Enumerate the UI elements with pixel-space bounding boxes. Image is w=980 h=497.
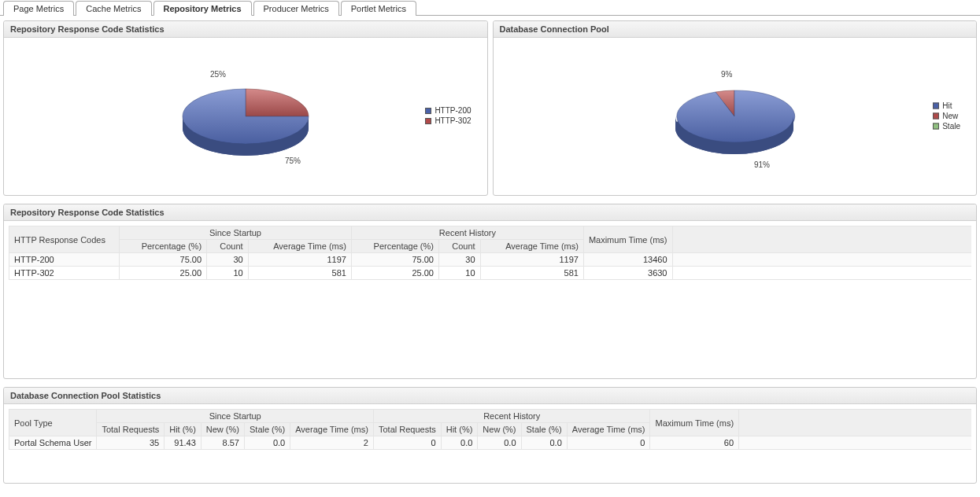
table-response-codes: HTTP Response Codes Since Startup Recent… bbox=[9, 226, 971, 280]
cell: 0.0 bbox=[244, 436, 290, 450]
legend-swatch-icon bbox=[933, 102, 939, 109]
tab-bar: Page Metrics Cache Metrics Repository Me… bbox=[0, 0, 980, 16]
pie-slice-label: 25% bbox=[210, 70, 226, 79]
panel-title: Database Connection Pool Statistics bbox=[4, 388, 976, 404]
cell-spacer bbox=[739, 436, 971, 450]
table-row[interactable]: Portal Schema User3591.438.570.0200.00.0… bbox=[9, 436, 972, 450]
cell: 60 bbox=[650, 436, 739, 450]
cell: 581 bbox=[248, 267, 351, 280]
legend-swatch-icon bbox=[425, 108, 431, 114]
table-row[interactable]: HTTP-30225.001058125.00105813630 bbox=[9, 267, 972, 280]
tab-portlet-metrics[interactable]: Portlet Metrics bbox=[341, 1, 416, 16]
col-spacer bbox=[739, 410, 971, 436]
panel-title: Repository Response Code Statistics bbox=[4, 21, 487, 38]
cell: 0.0 bbox=[521, 436, 567, 450]
cell: 13460 bbox=[583, 253, 672, 267]
legend-swatch-icon bbox=[933, 112, 939, 119]
cell: 1197 bbox=[480, 253, 583, 267]
cell: 581 bbox=[480, 267, 583, 280]
col-header[interactable]: New (%) bbox=[201, 423, 244, 436]
legend-swatch-icon bbox=[425, 118, 431, 124]
col-header[interactable]: HTTP Response Codes bbox=[9, 226, 120, 253]
content-scroll[interactable]: Repository Response Code Statistics bbox=[0, 16, 980, 497]
cell: 0.0 bbox=[478, 436, 521, 450]
col-header[interactable]: Stale (%) bbox=[521, 423, 567, 436]
cell-name: Portal Schema User bbox=[9, 436, 97, 450]
pie-chart-response: 25% 75% bbox=[128, 46, 364, 187]
tab-page-metrics[interactable]: Page Metrics bbox=[3, 1, 74, 16]
cell: 10 bbox=[438, 267, 480, 280]
cell-name: HTTP-302 bbox=[9, 267, 120, 280]
panel-response-code-table: Repository Response Code Statistics HTTP… bbox=[3, 204, 977, 379]
cell: 75.00 bbox=[351, 253, 438, 267]
tab-cache-metrics[interactable]: Cache Metrics bbox=[76, 1, 151, 16]
cell: 3630 bbox=[583, 267, 672, 280]
cell-spacer bbox=[672, 267, 971, 280]
col-header[interactable]: Maximum Time (ms) bbox=[650, 410, 739, 436]
pie-slice-label: 9% bbox=[721, 70, 733, 79]
col-header[interactable]: Hit (%) bbox=[165, 423, 202, 436]
table-row[interactable]: HTTP-20075.0030119775.0030119713460 bbox=[9, 253, 972, 267]
panel-connection-pool-table: Database Connection Pool Statistics Pool… bbox=[3, 387, 977, 484]
cell: 8.57 bbox=[201, 436, 244, 450]
cell: 10 bbox=[207, 267, 249, 280]
col-header[interactable]: Average Time (ms) bbox=[480, 240, 583, 253]
panel-title: Database Connection Pool bbox=[494, 21, 977, 38]
cell: 91.43 bbox=[165, 436, 202, 450]
col-header[interactable]: Average Time (ms) bbox=[290, 423, 374, 436]
col-group-header: Since Startup bbox=[97, 410, 374, 423]
col-header[interactable]: Total Requests bbox=[97, 423, 165, 436]
panel-connection-pool-chart: Database Connection Pool 9% 91% Hit New … bbox=[493, 20, 978, 196]
col-group-header: Recent History bbox=[373, 410, 650, 423]
col-header[interactable]: Average Time (ms) bbox=[248, 240, 351, 253]
col-group-header: Recent History bbox=[351, 226, 583, 240]
panel-title: Repository Response Code Statistics bbox=[4, 204, 976, 221]
cell: 0 bbox=[373, 436, 441, 450]
cell: 0.0 bbox=[441, 436, 478, 450]
legend-label: Hit bbox=[942, 101, 952, 110]
col-header[interactable]: Percentage (%) bbox=[351, 240, 438, 253]
col-header[interactable]: Hit (%) bbox=[441, 423, 478, 436]
col-header[interactable]: Percentage (%) bbox=[120, 240, 207, 253]
col-spacer bbox=[672, 226, 971, 253]
cell: 0 bbox=[567, 436, 650, 450]
legend-label: HTTP-200 bbox=[435, 106, 471, 115]
legend-label: HTTP-302 bbox=[435, 116, 471, 125]
cell: 2 bbox=[290, 436, 374, 450]
col-header[interactable]: Total Requests bbox=[373, 423, 441, 436]
col-header[interactable]: Count bbox=[207, 240, 249, 253]
table-connection-pool: Pool Type Since Startup Recent History M… bbox=[9, 409, 971, 450]
col-group-header: Since Startup bbox=[120, 226, 352, 240]
col-header[interactable]: New (%) bbox=[478, 423, 521, 436]
tab-repository-metrics[interactable]: Repository Metrics bbox=[153, 1, 252, 16]
cell: 25.00 bbox=[351, 267, 438, 280]
chart-legend: HTTP-200 HTTP-302 bbox=[425, 106, 471, 127]
cell: 1197 bbox=[248, 253, 351, 267]
col-header[interactable]: Maximum Time (ms) bbox=[583, 226, 672, 253]
legend-swatch-icon bbox=[933, 123, 939, 129]
tab-producer-metrics[interactable]: Producer Metrics bbox=[253, 1, 339, 16]
col-header[interactable]: Stale (%) bbox=[244, 423, 290, 436]
cell: 35 bbox=[97, 436, 165, 450]
cell: 25.00 bbox=[120, 267, 207, 280]
legend-label: New bbox=[942, 112, 958, 120]
cell: 75.00 bbox=[120, 253, 207, 267]
cell-name: HTTP-200 bbox=[9, 253, 120, 267]
chart-legend: Hit New Stale bbox=[933, 101, 960, 132]
col-header[interactable]: Count bbox=[438, 240, 480, 253]
pie-chart-pool: 9% 91% bbox=[616, 46, 852, 187]
col-header[interactable]: Average Time (ms) bbox=[567, 423, 650, 436]
pie-slice-label: 75% bbox=[285, 156, 301, 165]
cell-spacer bbox=[672, 253, 971, 267]
legend-label: Stale bbox=[942, 122, 960, 131]
cell: 30 bbox=[207, 253, 249, 267]
panel-response-code-chart: Repository Response Code Statistics bbox=[3, 20, 488, 196]
pie-slice-label: 91% bbox=[754, 160, 770, 169]
cell: 30 bbox=[438, 253, 480, 267]
col-header[interactable]: Pool Type bbox=[9, 410, 97, 436]
